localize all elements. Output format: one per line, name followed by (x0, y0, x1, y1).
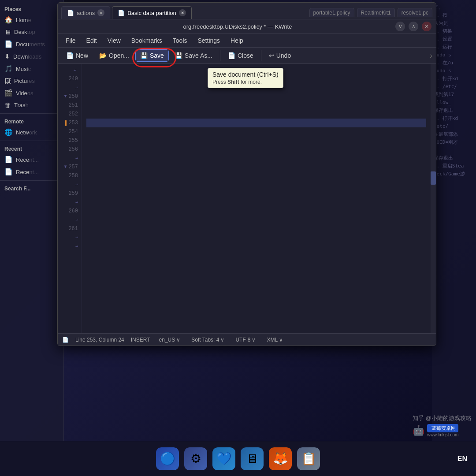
fold-arrow-256b: ↵ (75, 155, 78, 162)
status-tabs-dropdown[interactable]: Soft Tabs: 4 ∨ (189, 336, 227, 344)
taskbar-desktop-icon[interactable]: 🖥 (241, 447, 264, 470)
ln-257: 257 (68, 163, 78, 171)
undo-icon: ↩ (269, 52, 274, 59)
fold-arrow-1: ↵ (74, 67, 76, 74)
maximize-button[interactable]: ∧ (409, 22, 418, 31)
sidebar-item-recent2[interactable]: 📄 Recent... (0, 166, 63, 178)
right-panel-line-12: 找到第17 (434, 91, 474, 99)
close-button-toolbar[interactable]: 📄 Close (223, 49, 258, 62)
save-button[interactable]: 💾 Save (135, 49, 169, 62)
watermark-badge: 蓝莓安卓网 (427, 424, 458, 432)
sidebar-item-desktop[interactable]: 🖥 Desktop (0, 26, 63, 38)
right-panel-line-22: deck/Game游 (434, 170, 474, 178)
status-syntax-arrow: ∨ (279, 337, 283, 343)
code-line-258b: file with the x-udisks-auth option</desc… (86, 180, 426, 189)
close-button[interactable]: ✕ (422, 22, 431, 31)
toolbar-separator-2 (261, 50, 261, 61)
network-icon: 🌐 (4, 128, 13, 136)
status-encoding-dropdown[interactable]: UTF-8 ∨ (233, 336, 258, 344)
close-toolbar-icon: 📄 (228, 52, 235, 59)
sidebar-item-videos[interactable]: 🎬 Videos (0, 87, 63, 99)
undo-button[interactable]: ↩ Undo (264, 49, 296, 62)
new-button[interactable]: 📄 New (61, 49, 93, 62)
sidebar-item-home[interactable]: 🏠 Home (0, 14, 63, 26)
code-line-1: el sistema de fitxe... (86, 66, 426, 74)
tab-actions[interactable]: 📄 actions ✕ (61, 6, 110, 19)
tab-realtimekit-label: RealtimeKit1 (361, 10, 391, 16)
tab-resolve-label: resolve1.pc (402, 10, 428, 16)
taskbar-locale: EN (457, 455, 467, 463)
status-language-dropdown[interactable]: en_US ∨ (157, 336, 183, 344)
sidebar-recent-header: Recent (0, 143, 63, 153)
desktop: Places 🏠 Home 🖥 Desktop 📄 Documents ⬇ Do… (0, 0, 476, 476)
open-label: Open... (109, 52, 129, 59)
taskbar-notes-icon[interactable]: 📋 (297, 447, 320, 470)
code-line-256: <!-- mount a device referenced in the /e… (86, 145, 426, 154)
ln-row-258: 258 (61, 171, 78, 180)
menu-settings[interactable]: Settings (193, 35, 225, 46)
ln-255: 255 (68, 137, 78, 145)
taskbar-network-icon[interactable]: ⚙ (184, 447, 207, 470)
menu-edit[interactable]: Edit (82, 35, 101, 46)
toolbar-more-button[interactable]: › (430, 51, 432, 60)
line-numbers: ↵ 249 ↵ ▼ 250 251 252 (58, 64, 82, 333)
sidebar-item-pictures[interactable]: 🖼 Pictures (0, 75, 63, 87)
menu-tools[interactable]: Tools (168, 35, 192, 46)
taskbar-firefox-icon[interactable]: 🦊 (269, 447, 292, 470)
taskbar-files-icon[interactable]: 💙 (212, 447, 235, 470)
ln-row-260: 260 (61, 207, 78, 216)
status-doc-icon: 📄 (62, 337, 69, 343)
tab-realtimekit[interactable]: RealtimeKit1 (357, 8, 395, 17)
scroll-thumb[interactable] (431, 171, 436, 185)
tab-basic-partition[interactable]: 📄 Basic data partition ✕ (112, 6, 192, 19)
menu-help[interactable]: Help (226, 35, 248, 46)
sidebar-item-music[interactable]: 🎵 Music (0, 63, 63, 75)
ln-row-249b: ↵ (61, 83, 78, 92)
tab-basic-label: Basic data partition (127, 10, 176, 16)
window-controls: ∨ ∧ ✕ (395, 22, 431, 31)
minimize-button[interactable]: ∨ (395, 22, 405, 31)
right-panel-line-21: 8. 重启Stea (434, 162, 474, 170)
fold-arrow-250: ▼ (64, 93, 67, 100)
sidebar-item-recent1[interactable]: 📄 Recent... (0, 153, 63, 166)
right-panel-line-13: allow_ (434, 99, 474, 107)
status-mode: INSERT (131, 337, 150, 343)
tab-actions-close[interactable]: ✕ (97, 9, 104, 16)
open-button[interactable]: 📂 Open... (94, 49, 134, 62)
menu-file[interactable]: File (61, 35, 80, 46)
status-language-arrow: ∨ (176, 337, 180, 343)
desktop-icon: 🖥 (4, 28, 11, 36)
sidebar-item-documents[interactable]: 📄 Documents (0, 38, 63, 50)
tab-portable1-label: portable1.policy (313, 10, 350, 16)
fold-arrow-261c: ↵ (75, 243, 78, 250)
tab-basic-close[interactable]: ✕ (179, 9, 186, 16)
code-content[interactable]: el sistema de fitxe... <message xml:lang… (82, 64, 431, 333)
sidebar-pictures-label: Pictures (14, 78, 35, 84)
sidebar-item-trash[interactable]: 🗑 Trash (0, 99, 63, 111)
videos-icon: 🎬 (4, 89, 13, 97)
tab-actions-label: actions (77, 10, 95, 16)
sidebar-item-network[interactable]: 🌐 Network (0, 126, 63, 138)
code-line-261c: udisks-auth</description> (86, 242, 426, 251)
tab-portable1[interactable]: portable1.policy (309, 8, 354, 17)
menu-bookmarks[interactable]: Bookmarks (127, 35, 167, 46)
editor-area[interactable]: ↵ 249 ↵ ▼ 250 251 252 (58, 64, 436, 333)
ln-row-256b: ↵ (61, 154, 78, 163)
tab-resolve[interactable]: resolve1.pc (398, 8, 432, 17)
right-panel-line-20: 保存退出 (434, 154, 474, 162)
ln-row-257: ▼ 257 (61, 163, 78, 171)
ln-row-259b: ↵ (61, 198, 78, 207)
menu-view[interactable]: View (103, 35, 125, 46)
watermark-logo: 🤖 蓝莓安卓网 www.lmkjst.com (413, 424, 472, 437)
taskbar-plasma-icon[interactable]: 🔵 (156, 447, 179, 470)
status-syntax-dropdown[interactable]: XML ∨ (264, 336, 285, 344)
mini-scrollbar[interactable] (431, 64, 436, 333)
fold-arrow-261b: ↵ (75, 234, 78, 241)
sidebar-recent2-label: Recent... (16, 169, 39, 175)
sidebar-item-downloads[interactable]: ⬇ Downloads (0, 50, 63, 63)
code-line-250: <defaults> (86, 92, 426, 101)
save-label: Save (150, 52, 164, 59)
code-line-260: <description xml:lang="zh_CN">使用 x-udisk… (86, 207, 426, 216)
save-as-button[interactable]: 💾 Save As... (170, 49, 217, 62)
right-panel-line-14: 保存退出 (434, 107, 474, 115)
